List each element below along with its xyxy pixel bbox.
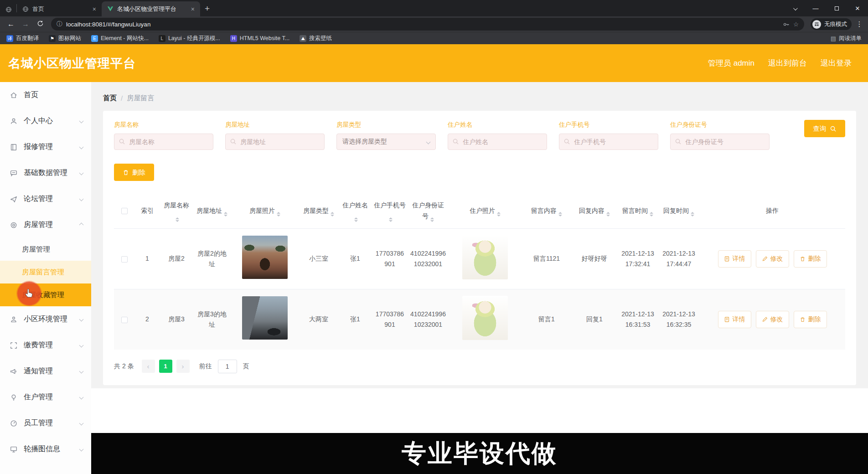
- filter-resident-name: 住户姓名: [448, 121, 547, 150]
- next-page-button[interactable]: ›: [176, 360, 190, 373]
- page-info-icon[interactable]: ⓘ: [57, 20, 62, 28]
- bookmark-star-icon[interactable]: ☆: [793, 21, 799, 28]
- sidebar-subitem-house-management[interactable]: 房屋管理: [0, 238, 91, 261]
- cell-house-address: 房屋2的地址: [193, 228, 231, 289]
- col-resident-photo: 住户照片: [449, 194, 522, 228]
- bookmark-item[interactable]: EElement - 网站快...: [91, 35, 149, 42]
- house-type-select[interactable]: 请选择房屋类型: [336, 134, 436, 150]
- browser-tab-active[interactable]: 名城小区物业管理平台 ×: [102, 1, 200, 16]
- chevron-down-icon: [80, 145, 83, 149]
- bookmark-item[interactable]: ⚑图标网站: [49, 35, 81, 42]
- sidebar-item-personal-center[interactable]: 个人中心: [0, 108, 91, 134]
- sort-caret-icon[interactable]: [224, 212, 227, 216]
- tab-close-icon[interactable]: ×: [92, 5, 97, 13]
- detail-button[interactable]: 详情: [718, 250, 751, 268]
- click-indicator-cursor: [17, 282, 41, 305]
- sort-caret-icon[interactable]: [389, 217, 393, 222]
- sidebar-subitem-house-message-management[interactable]: 房屋留言管理: [0, 261, 91, 283]
- bookmark-item[interactable]: 译百度翻译: [6, 35, 39, 42]
- pagination-total: 共 2 条: [114, 362, 134, 371]
- sort-caret-icon[interactable]: [277, 212, 280, 216]
- chevron-down-icon: [426, 139, 431, 144]
- prev-page-button[interactable]: ‹: [142, 360, 155, 373]
- sort-caret-icon[interactable]: [606, 212, 610, 216]
- admin-user-label: 管理员 admin: [708, 58, 754, 68]
- sort-caret-icon[interactable]: [430, 217, 434, 222]
- sort-caret-icon[interactable]: [650, 212, 653, 216]
- back-icon[interactable]: ←: [5, 20, 17, 28]
- sidebar-item-staff-management[interactable]: 员工管理: [0, 410, 91, 436]
- bookmarks-bar: 译百度翻译 ⚑图标网站 EElement - 网站快... LLayui - 经…: [0, 32, 868, 44]
- cell-index: 1: [135, 228, 160, 289]
- filter-house-name: 房屋名称: [114, 121, 213, 150]
- sidebar-item-payment-management[interactable]: 缴费管理: [0, 332, 91, 358]
- new-tab-button[interactable]: +: [205, 4, 210, 14]
- chevron-down-icon: [80, 318, 83, 321]
- cell-reply: 回复1: [572, 289, 617, 350]
- row-delete-button[interactable]: 删除: [794, 311, 827, 328]
- house-name-input[interactable]: [114, 134, 213, 150]
- restore-button[interactable]: [826, 5, 847, 12]
- delete-button[interactable]: 删除: [114, 164, 154, 181]
- row-checkbox[interactable]: [121, 256, 128, 263]
- reading-list-button[interactable]: ▤阅读清单: [831, 35, 862, 42]
- sort-caret-icon[interactable]: [354, 217, 358, 222]
- logout-link[interactable]: 退出登录: [821, 58, 852, 68]
- browser-tab-home[interactable]: 首页 ×: [17, 1, 102, 16]
- minimize-button[interactable]: —: [805, 5, 826, 12]
- sidebar-item-carousel-info[interactable]: 轮播图信息: [0, 436, 91, 462]
- forward-icon[interactable]: →: [19, 20, 32, 28]
- tab-search-icon[interactable]: [784, 5, 805, 12]
- pencil-icon: [762, 256, 768, 262]
- goto-page-input[interactable]: [218, 360, 237, 373]
- close-window-button[interactable]: ✕: [847, 5, 868, 12]
- resident-phone-input[interactable]: [559, 134, 658, 150]
- filter-house-address: 房屋地址: [225, 121, 325, 150]
- bookmark-item[interactable]: HHTML5 Website T...: [230, 35, 289, 42]
- sidebar-item-house-management[interactable]: 房屋管理: [0, 212, 91, 238]
- sidebar-item-forum-management[interactable]: 论坛管理: [0, 186, 91, 212]
- row-checkbox[interactable]: [121, 317, 128, 323]
- chevron-down-icon: [80, 448, 83, 451]
- current-page-button[interactable]: 1: [159, 360, 172, 373]
- sort-caret-icon[interactable]: [558, 212, 562, 216]
- sort-caret-icon[interactable]: [331, 212, 334, 216]
- sidebar-item-repair-management[interactable]: 报修管理: [0, 134, 91, 160]
- sidebar-item-base-data-management[interactable]: 基础数据管理: [0, 160, 91, 186]
- select-all-checkbox[interactable]: [121, 208, 128, 214]
- vue-logo-icon: [107, 6, 114, 12]
- edit-button[interactable]: 修改: [756, 311, 789, 328]
- sort-caret-icon[interactable]: [497, 212, 501, 216]
- house-address-input[interactable]: [225, 134, 325, 150]
- resident-name-input[interactable]: [448, 134, 547, 150]
- html5-favicon: H: [230, 35, 237, 42]
- exit-to-front-link[interactable]: 退出到前台: [768, 58, 807, 68]
- sort-caret-icon[interactable]: [691, 212, 694, 216]
- password-key-icon[interactable]: [783, 21, 790, 28]
- resident-id-input[interactable]: [670, 134, 770, 150]
- url-text[interactable]: localhost:8081/#/fangwuLiuyan: [66, 21, 779, 28]
- browser-menu-icon[interactable]: ⋮: [855, 20, 863, 28]
- row-delete-button[interactable]: 删除: [794, 250, 827, 268]
- sort-caret-icon[interactable]: [176, 217, 179, 222]
- search-icon: [675, 138, 682, 145]
- tab-close-icon[interactable]: ×: [190, 5, 196, 13]
- bottom-white-strip: [91, 388, 868, 433]
- breadcrumb-home[interactable]: 首页: [103, 94, 117, 103]
- col-resident-id: 住户身份证号: [408, 194, 449, 228]
- sidebar-item-environment-management[interactable]: 小区环境管理: [0, 306, 91, 332]
- edit-button[interactable]: 修改: [756, 250, 789, 268]
- bookmark-item[interactable]: LLayui - 经典开源模...: [159, 35, 220, 42]
- reload-icon[interactable]: [34, 20, 46, 29]
- search-button[interactable]: 查询: [804, 120, 845, 137]
- sidebar-item-notice-management[interactable]: 通知管理: [0, 358, 91, 384]
- sidebar-item-home[interactable]: 首页: [0, 82, 91, 108]
- cell-resident-phone: 17703786901: [372, 289, 408, 350]
- cell-resident-id: 410224199610232001: [408, 228, 449, 289]
- detail-button[interactable]: 详情: [718, 311, 751, 328]
- cell-house-type: 小三室: [299, 228, 338, 289]
- sidebar-subitem-house-favorite-management[interactable]: 房屋收藏管理: [0, 283, 91, 306]
- sidebar-item-resident-management[interactable]: 住户管理: [0, 384, 91, 410]
- url-bar[interactable]: ⓘ localhost:8081/#/fangwuLiuyan ☆: [51, 18, 804, 31]
- bookmark-item[interactable]: ⛰搜索壁纸: [300, 35, 332, 42]
